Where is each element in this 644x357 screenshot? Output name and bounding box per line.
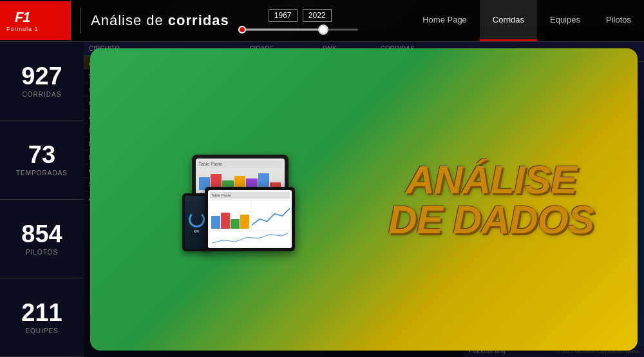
stats-panel: 927 CORRIDAS 73 TEMPORADAS 854 PILOTOS 2… bbox=[0, 42, 84, 357]
tablet-front-screen: Table Paste bbox=[208, 190, 292, 248]
stat-equipes-number: 211 bbox=[21, 300, 62, 325]
tab-pilotos[interactable]: Pilotos bbox=[593, 0, 644, 41]
f1-logo: F1 Formula 1 bbox=[0, 1, 71, 40]
tablet-front: Table Paste bbox=[205, 187, 295, 251]
splash-devices: Table Paste ($1,398) bbox=[109, 148, 364, 251]
slider-thumb-right[interactable] bbox=[318, 24, 328, 35]
stat-corridas-label: CORRIDAS bbox=[23, 91, 62, 98]
stat-pilotos-number: 854 bbox=[21, 222, 62, 246]
stat-temporadas: 73 TEMPORADAS bbox=[0, 121, 84, 199]
title-bold: corridas bbox=[168, 12, 229, 28]
splash-overlay: Table Paste ($1,398) bbox=[90, 48, 638, 351]
header-divider bbox=[80, 8, 81, 34]
splash-title: ANÁLISE DE DADOS bbox=[388, 160, 594, 240]
year-start-input[interactable] bbox=[269, 9, 298, 22]
tab-equipes[interactable]: Equipes bbox=[537, 0, 593, 41]
year-slider[interactable] bbox=[242, 27, 358, 32]
stat-pilotos: 854 PILOTOS bbox=[0, 200, 84, 278]
stat-corridas-number: 927 bbox=[21, 64, 62, 88]
year-end-input[interactable] bbox=[303, 9, 332, 22]
stat-corridas: 927 CORRIDAS bbox=[0, 42, 84, 121]
tab-corridas[interactable]: Corridas bbox=[480, 0, 537, 41]
stat-equipes: 211 EQUIPES bbox=[0, 278, 84, 357]
formula1-text: Formula 1 bbox=[6, 26, 39, 32]
stat-equipes-label: EQUIPES bbox=[25, 327, 58, 334]
title-prefix: Análise de bbox=[91, 12, 168, 28]
slider-thumb-left[interactable] bbox=[238, 26, 246, 34]
f1-logo-text: F1 bbox=[15, 9, 30, 26]
tab-home[interactable]: Home Page bbox=[410, 0, 480, 41]
app-title: Análise de corridas bbox=[91, 12, 229, 29]
nav-tabs: Home Page Corridas Equipes Pilotos bbox=[410, 0, 644, 41]
slider-fill bbox=[242, 29, 323, 31]
header: F1 Formula 1 Análise de corridas Home Pa… bbox=[0, 0, 644, 42]
splash-text-area: ANÁLISE DE DADOS bbox=[364, 160, 618, 240]
stat-temporadas-number: 73 bbox=[28, 142, 55, 167]
year-range bbox=[242, 9, 358, 32]
devices-mockup: Table Paste ($1,398) bbox=[179, 148, 295, 251]
stat-pilotos-label: PILOTOS bbox=[26, 249, 58, 256]
stat-temporadas-label: TEMPORADAS bbox=[16, 169, 68, 177]
